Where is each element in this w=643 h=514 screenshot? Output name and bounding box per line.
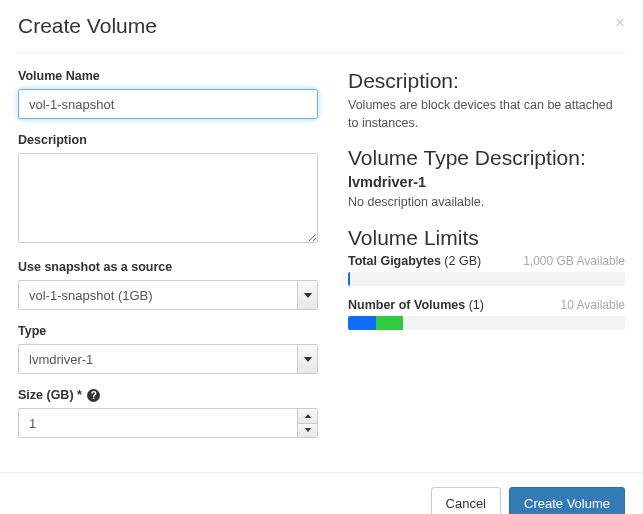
total-gb-label: Total Gigabytes (2 GB)	[348, 254, 481, 268]
description-label: Description	[18, 133, 318, 147]
source-group: Use snapshot as a source vol-1-snapshot …	[18, 260, 318, 310]
modal-title: Create Volume	[18, 14, 157, 38]
type-select-value: lvmdriver-1	[19, 352, 297, 367]
total-gb-head: Total Gigabytes (2 GB) 1,000 GB Availabl…	[348, 254, 625, 268]
total-gb-used: (2 GB)	[444, 254, 481, 268]
total-gb-bar	[348, 272, 625, 286]
spinner-down-icon[interactable]	[298, 423, 317, 438]
type-label: Type	[18, 324, 318, 338]
volume-name-label: Volume Name	[18, 69, 318, 83]
modal-footer: Cancel Create Volume	[0, 472, 643, 514]
chevron-down-icon	[297, 345, 317, 373]
info-column: Description: Volumes are block devices t…	[348, 69, 625, 452]
total-gb-bar-used	[348, 272, 350, 286]
size-label: Size (GB) * ?	[18, 388, 318, 402]
type-desc-heading: Volume Type Description:	[348, 146, 625, 170]
description-heading: Description:	[348, 69, 625, 93]
num-vol-head: Number of Volumes (1) 10 Available	[348, 298, 625, 312]
source-label: Use snapshot as a source	[18, 260, 318, 274]
spinner-up-icon[interactable]	[298, 409, 317, 423]
num-vol-used: (1)	[469, 298, 484, 312]
num-vol-name: Number of Volumes	[348, 298, 465, 312]
chevron-down-icon	[297, 281, 317, 309]
type-name: lvmdriver-1	[348, 174, 625, 190]
source-select-value: vol-1-snapshot (1GB)	[19, 288, 297, 303]
cancel-button[interactable]: Cancel	[431, 487, 501, 514]
source-select[interactable]: vol-1-snapshot (1GB)	[18, 280, 318, 310]
num-vol-bar-new	[376, 316, 404, 330]
total-gb-available: 1,000 GB Available	[523, 254, 625, 268]
size-group: Size (GB) * ? 1	[18, 388, 318, 438]
spinner-buttons	[297, 409, 317, 437]
volume-name-group: Volume Name	[18, 69, 318, 119]
num-vol-bar	[348, 316, 625, 330]
required-indicator: *	[77, 388, 82, 402]
modal-body: Volume Name Description Use snapshot as …	[18, 53, 625, 472]
form-column: Volume Name Description Use snapshot as …	[18, 69, 318, 452]
num-vol-label: Number of Volumes (1)	[348, 298, 484, 312]
limits-heading: Volume Limits	[348, 226, 625, 250]
size-label-text: Size (GB)	[18, 388, 74, 402]
modal-header: Create Volume ×	[18, 14, 625, 53]
description-group: Description	[18, 133, 318, 246]
create-volume-dialog: Create Volume × Volume Name Description …	[0, 0, 643, 472]
description-text: Volumes are block devices that can be at…	[348, 97, 625, 132]
total-gb-name: Total Gigabytes	[348, 254, 441, 268]
num-volumes-limit: Number of Volumes (1) 10 Available	[348, 298, 625, 330]
type-desc-text: No description available.	[348, 194, 625, 212]
num-vol-bar-used	[348, 316, 376, 330]
type-select[interactable]: lvmdriver-1	[18, 344, 318, 374]
num-vol-available: 10 Available	[561, 298, 626, 312]
type-group: Type lvmdriver-1	[18, 324, 318, 374]
description-textarea[interactable]	[18, 153, 318, 243]
total-gb-limit: Total Gigabytes (2 GB) 1,000 GB Availabl…	[348, 254, 625, 286]
size-spinner[interactable]: 1	[18, 408, 318, 438]
size-value: 1	[19, 416, 297, 431]
volume-name-input[interactable]	[18, 89, 318, 119]
help-icon[interactable]: ?	[87, 389, 100, 402]
close-icon[interactable]: ×	[615, 14, 625, 31]
create-volume-button[interactable]: Create Volume	[509, 487, 625, 514]
